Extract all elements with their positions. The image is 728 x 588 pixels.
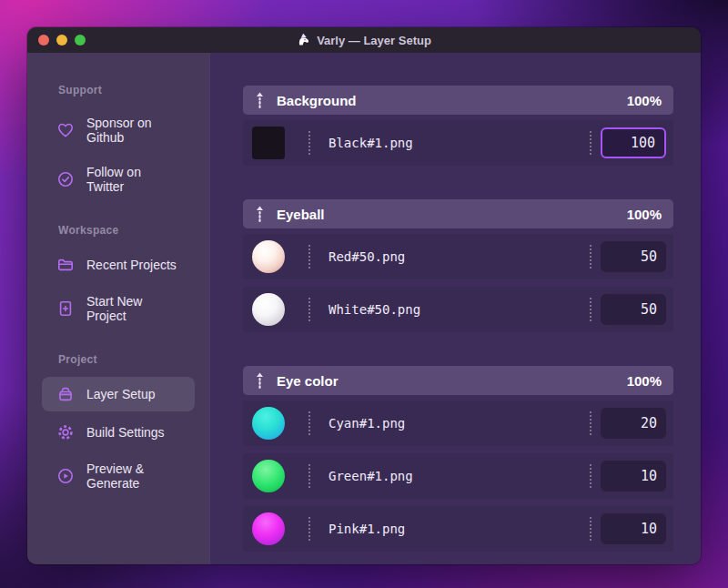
row-divider <box>590 245 592 269</box>
sidebar-section-support: Support Sponsor on Github Follow on Twit… <box>42 84 195 202</box>
layer-thumbnail-red <box>252 240 285 273</box>
play-circle-icon <box>56 467 75 485</box>
layer-thumbnail-green <box>252 460 285 492</box>
layer-group-background: Background 100% Black#1.png <box>243 86 673 166</box>
archive-box-icon <box>56 385 75 403</box>
layer-thumbnail-white <box>252 293 285 326</box>
layer-group-name: Background <box>277 93 357 108</box>
layer-row: Black#1.png <box>243 120 673 166</box>
sidebar-item-label: Build Settings <box>86 425 165 440</box>
gear-icon <box>56 423 75 441</box>
layer-row: Cyan#1.png <box>243 400 673 446</box>
sidebar-section-workspace: Workspace Recent Projects Start New Proj… <box>42 224 195 331</box>
row-divider <box>590 411 592 435</box>
sidebar-item-label: Start New Project <box>86 294 180 323</box>
section-label-workspace: Workspace <box>58 224 195 237</box>
layer-row: Green#1.png <box>243 453 673 499</box>
drag-handle-icon[interactable] <box>255 205 265 223</box>
layer-group-name: Eye color <box>277 373 339 389</box>
row-divider <box>308 245 310 269</box>
close-button[interactable] <box>38 35 49 46</box>
app-window: Varly — Layer Setup Support Sponsor on G… <box>27 27 701 564</box>
sidebar-section-project: Project Layer Setup Build Settings <box>42 353 195 499</box>
layer-group-header[interactable]: Eyeball 100% <box>243 199 673 228</box>
layer-weight-input[interactable] <box>601 294 666 325</box>
drag-handle-icon[interactable] <box>255 371 265 390</box>
file-plus-icon <box>56 299 75 318</box>
layer-thumbnail-cyan <box>252 407 285 440</box>
layer-group-weight: 100% <box>627 93 662 108</box>
sidebar-item-follow-on-twitter[interactable]: Follow on Twitter <box>42 157 195 202</box>
row-divider <box>590 464 592 488</box>
minimize-button[interactable] <box>56 35 67 46</box>
layer-filename: White#50.png <box>329 302 420 317</box>
row-divider <box>308 131 310 155</box>
traffic-lights <box>38 27 86 53</box>
sidebar-item-start-new-project[interactable]: Start New Project <box>42 286 195 331</box>
section-label-support: Support <box>58 84 195 96</box>
layer-weight-input[interactable] <box>601 241 666 272</box>
drag-handle-icon[interactable] <box>255 91 265 109</box>
layer-weight-input[interactable] <box>601 408 666 439</box>
layer-filename: Cyan#1.png <box>329 416 405 431</box>
layer-weight-input[interactable] <box>601 127 666 158</box>
sidebar-item-label: Preview & Generate <box>86 461 180 491</box>
row-divider <box>590 517 592 541</box>
layer-weight-input[interactable] <box>601 513 666 544</box>
layer-weight-input[interactable] <box>601 461 666 492</box>
layer-group-weight: 100% <box>627 373 662 389</box>
layer-group-weight: 100% <box>627 207 662 222</box>
folder-icon <box>56 256 75 274</box>
layer-thumbnail-black <box>252 127 285 159</box>
layer-group-header[interactable]: Eye color 100% <box>243 366 673 395</box>
sidebar-item-label: Sponsor on Github <box>86 116 180 145</box>
row-divider <box>308 464 310 488</box>
layer-filename: Red#50.png <box>329 249 405 264</box>
row-divider <box>308 298 310 321</box>
sidebar-item-build-settings[interactable]: Build Settings <box>42 415 195 450</box>
sidebar-item-layer-setup[interactable]: Layer Setup <box>42 377 195 411</box>
heart-icon <box>56 121 75 139</box>
sidebar-item-label: Recent Projects <box>86 258 177 272</box>
layer-row: White#50.png <box>243 287 673 332</box>
section-label-project: Project <box>58 353 195 366</box>
sidebar-item-sponsor-on-github[interactable]: Sponsor on Github <box>42 107 195 153</box>
layer-thumbnail-pink <box>252 512 285 545</box>
layer-filename: Black#1.png <box>329 136 413 150</box>
window-title-text: Varly — Layer Setup <box>317 34 431 47</box>
title-bar: Varly — Layer Setup <box>27 27 701 53</box>
badge-check-icon <box>56 170 75 188</box>
unicorn-icon <box>297 33 311 47</box>
sidebar-item-preview-generate[interactable]: Preview & Generate <box>42 453 195 499</box>
layer-filename: Green#1.png <box>329 469 413 483</box>
sidebar: Support Sponsor on Github Follow on Twit… <box>27 53 209 564</box>
row-divider <box>308 411 310 435</box>
window-title: Varly — Layer Setup <box>297 33 431 47</box>
sidebar-item-label: Follow on Twitter <box>86 165 180 194</box>
sidebar-item-recent-projects[interactable]: Recent Projects <box>42 248 195 282</box>
layer-group-header[interactable]: Background 100% <box>243 86 673 115</box>
layer-setup-panel: Background 100% Black#1.png <box>209 53 701 564</box>
zoom-button[interactable] <box>75 35 86 46</box>
layer-row: Red#50.png <box>243 234 673 279</box>
row-divider <box>308 517 310 541</box>
row-divider <box>590 131 592 155</box>
layer-row: Pink#1.png <box>243 506 673 552</box>
sidebar-item-label: Layer Setup <box>86 387 156 401</box>
row-divider <box>590 298 592 321</box>
layer-group-eyeball: Eyeball 100% Red#50.png White#50.png <box>243 199 673 332</box>
layer-group-name: Eyeball <box>277 207 325 222</box>
layer-filename: Pink#1.png <box>329 522 405 536</box>
layer-group-eye-color: Eye color 100% Cyan#1.png Green#1.png <box>243 366 673 552</box>
